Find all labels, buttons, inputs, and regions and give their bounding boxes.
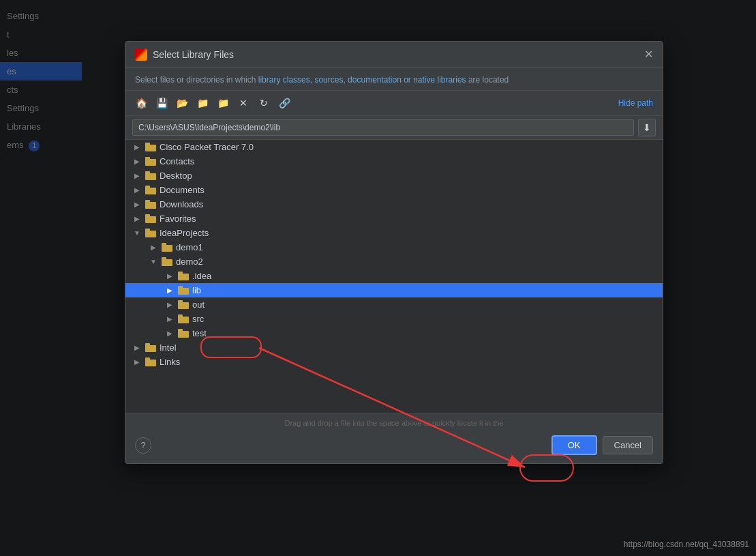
file-tree[interactable]: Cisco Packet Tracer 7.0 Contacts Desktop… bbox=[125, 140, 663, 413]
link-button[interactable]: 🔗 bbox=[275, 95, 293, 111]
folder-icon-contacts bbox=[145, 157, 156, 166]
help-button[interactable]: ? bbox=[135, 437, 151, 454]
dialog-subtitle: Select files or directories in which lib… bbox=[125, 68, 663, 91]
tree-item-contacts[interactable]: Contacts bbox=[125, 154, 663, 169]
tree-label-downloads: Downloads bbox=[160, 199, 203, 209]
tree-item-demo2[interactable]: demo2 bbox=[125, 254, 663, 269]
tree-arrow-links bbox=[132, 357, 142, 367]
dialog-bottom: Drag and drop a file into the space abov… bbox=[125, 413, 663, 463]
tree-item-ideaprojects[interactable]: IdeaProjects bbox=[125, 226, 663, 240]
tree-item-demo1[interactable]: demo1 bbox=[125, 240, 663, 254]
tree-label-demo1: demo1 bbox=[176, 242, 203, 252]
dialog-titlebar: Select Library Files ✕ bbox=[125, 42, 663, 68]
tree-label-ideaprojects: IdeaProjects bbox=[160, 228, 209, 238]
tree-label-idea: .idea bbox=[192, 271, 211, 281]
tree-label-demo2: demo2 bbox=[176, 257, 203, 267]
tree-item-desktop[interactable]: Desktop bbox=[125, 169, 663, 183]
folder-icon-out bbox=[178, 300, 189, 309]
select-library-dialog: Select Library Files ✕ Select files or d… bbox=[125, 41, 663, 464]
new-folder-button[interactable]: 📁 bbox=[194, 95, 211, 111]
tree-label-src: src bbox=[192, 314, 204, 324]
tree-arrow-contacts bbox=[132, 157, 142, 166]
tree-item-lib[interactable]: lib bbox=[125, 283, 663, 297]
tree-item-intel[interactable]: Intel bbox=[125, 340, 663, 355]
path-download-button[interactable]: ⬇ bbox=[638, 119, 656, 136]
path-input[interactable] bbox=[132, 119, 634, 136]
dialog-icon bbox=[135, 48, 147, 61]
watermark: https://blog.csdn.net/qq_43038891 bbox=[624, 540, 749, 549]
tree-arrow-lib bbox=[165, 286, 175, 295]
tree-arrow-ideaprojects bbox=[132, 229, 142, 238]
toolbar: 🏠 💾 📂 📁 📁 ✕ ↻ 🔗 Hide path bbox=[125, 91, 663, 116]
dialog-title: Select Library Files bbox=[153, 49, 644, 60]
tree-label-lib: lib bbox=[192, 285, 201, 295]
tree-item-cisco[interactable]: Cisco Packet Tracer 7.0 bbox=[125, 140, 663, 154]
tree-label-cisco: Cisco Packet Tracer 7.0 bbox=[160, 142, 254, 152]
tree-arrow-desktop bbox=[132, 171, 142, 181]
folder-icon-downloads bbox=[145, 200, 156, 209]
tree-label-favorites: Favorites bbox=[160, 214, 196, 224]
tree-label-intel: Intel bbox=[160, 342, 177, 353]
tree-label-contacts: Contacts bbox=[160, 156, 194, 166]
tree-arrow-demo2 bbox=[149, 257, 158, 267]
folder-icon-desktop bbox=[145, 171, 156, 180]
tree-label-test: test bbox=[192, 328, 207, 338]
tree-item-test[interactable]: test bbox=[125, 326, 663, 340]
ok-button[interactable]: OK bbox=[551, 435, 597, 455]
tree-arrow-downloads bbox=[132, 200, 142, 209]
delete-button[interactable]: ✕ bbox=[235, 95, 252, 111]
folder-icon-demo2 bbox=[162, 257, 172, 266]
tree-label-links: Links bbox=[160, 357, 180, 367]
tree-arrow-idea bbox=[165, 272, 175, 281]
tree-arrow-intel bbox=[132, 343, 142, 353]
tree-item-idea[interactable]: .idea bbox=[125, 269, 663, 283]
tree-arrow-out bbox=[165, 300, 175, 310]
dialog-subtitle-highlight: library classes, sources, documentation … bbox=[258, 75, 466, 85]
tree-arrow-favorites bbox=[132, 214, 142, 224]
folder-up-button[interactable]: 📂 bbox=[173, 95, 191, 111]
close-button[interactable]: ✕ bbox=[644, 49, 653, 60]
tree-item-documents[interactable]: Documents bbox=[125, 183, 663, 197]
tree-item-out[interactable]: out bbox=[125, 297, 663, 312]
path-bar: ⬇ bbox=[125, 116, 663, 140]
tree-label-documents: Documents bbox=[160, 185, 205, 195]
tree-arrow-documents bbox=[132, 186, 142, 195]
folder-icon-lib bbox=[178, 286, 189, 295]
new-folder2-button[interactable]: 📁 bbox=[214, 95, 232, 111]
folder-icon-test bbox=[178, 329, 189, 338]
folder-icon-favorites bbox=[145, 214, 156, 223]
folder-icon-src bbox=[178, 314, 189, 323]
hide-path-button[interactable]: Hide path bbox=[616, 97, 656, 109]
folder-icon-demo1 bbox=[162, 243, 172, 252]
folder-icon-intel bbox=[145, 343, 156, 352]
tree-arrow-src bbox=[165, 314, 175, 324]
dialog-buttons: ? OK Cancel bbox=[135, 430, 653, 460]
home-button[interactable]: 🏠 bbox=[132, 95, 150, 111]
tree-label-desktop: Desktop bbox=[160, 171, 192, 181]
tree-item-favorites[interactable]: Favorites bbox=[125, 211, 663, 226]
folder-icon-idea bbox=[178, 272, 189, 280]
refresh-button[interactable]: ↻ bbox=[255, 95, 273, 111]
tree-arrow-cisco bbox=[132, 143, 142, 152]
tree-arrow-demo1 bbox=[149, 243, 158, 252]
folder-icon-links bbox=[145, 357, 156, 366]
drag-hint: Drag and drop a file into the space abov… bbox=[135, 419, 653, 430]
cancel-button[interactable]: Cancel bbox=[603, 436, 653, 454]
drives-button[interactable]: 💾 bbox=[153, 95, 170, 111]
tree-label-out: out bbox=[192, 299, 205, 310]
tree-item-downloads[interactable]: Downloads bbox=[125, 197, 663, 211]
folder-icon-documents bbox=[145, 186, 156, 194]
folder-icon-cisco bbox=[145, 143, 156, 151]
tree-item-links[interactable]: Links bbox=[125, 355, 663, 369]
folder-icon-ideaprojects bbox=[145, 229, 156, 237]
tree-item-src[interactable]: src bbox=[125, 312, 663, 326]
tree-arrow-test bbox=[165, 329, 175, 338]
